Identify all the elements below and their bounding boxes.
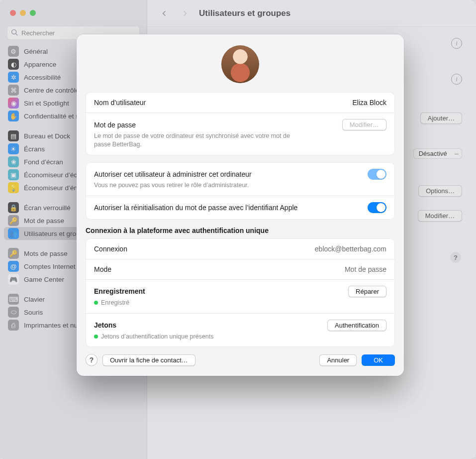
sso-login-label: Connexion <box>94 245 127 253</box>
sso-mode-row: Mode Mot de passe <box>86 259 394 280</box>
sso-auth-button[interactable]: Authentification <box>327 320 386 331</box>
username-row: Nom d’utilisateur Eliza Block <box>86 93 394 113</box>
admin-row: Autoriser cet utilisateur à administrer … <box>86 163 394 196</box>
status-dot-icon <box>94 301 98 305</box>
sso-tokens-row: Jetons Authentification Jetons d’authent… <box>86 314 394 347</box>
appleid-reset-label: Autoriser la réinitialisation du mot de … <box>94 204 297 212</box>
password-label: Mot de passe <box>94 121 136 129</box>
appleid-reset-toggle[interactable] <box>368 202 386 213</box>
admin-sublabel: Vous ne pouvez pas vous retirer le rôle … <box>94 181 308 190</box>
username-value: Eliza Block <box>353 99 386 107</box>
change-password-button: Modifier… <box>342 119 386 130</box>
open-contact-button[interactable]: Ouvrir la fiche de contact… <box>102 354 195 366</box>
admin-toggle <box>368 169 386 180</box>
sso-mode-label: Mode <box>94 265 111 273</box>
sso-section-title: Connexion à la plateforme avec authentif… <box>86 227 395 234</box>
username-label: Nom d’utilisateur <box>94 99 146 107</box>
sso-repair-button[interactable]: Réparer <box>348 286 386 297</box>
sso-registration-label: Enregistrement <box>94 287 145 295</box>
cancel-button[interactable]: Annuler <box>319 354 357 366</box>
appleid-reset-row: Autoriser la réinitialisation du mot de … <box>86 196 394 219</box>
status-dot-icon <box>94 335 98 339</box>
permissions-group: Autoriser cet utilisateur à administrer … <box>86 162 395 220</box>
password-row: Mot de passe Modifier… Le mot de passe d… <box>86 113 394 155</box>
ok-button[interactable]: OK <box>362 354 395 366</box>
sso-login-value: eblock@betterbag.com <box>315 245 386 253</box>
sso-tokens-label: Jetons <box>94 321 116 329</box>
sso-mode-value: Mot de passe <box>345 265 386 273</box>
sso-registration-row: Enregistrement Réparer Enregistré <box>86 280 394 314</box>
sso-tokens-status: Jetons d’authentification unique présent… <box>94 333 308 341</box>
sso-registration-status: Enregistré <box>94 299 308 307</box>
identity-group: Nom d’utilisateur Eliza Block Mot de pas… <box>86 92 395 155</box>
user-details-sheet: Nom d’utilisateur Eliza Block Mot de pas… <box>77 34 404 376</box>
sheet-footer: ? Ouvrir la fiche de contact… Annuler OK <box>86 354 395 366</box>
password-sublabel: Le mot de passe de votre ordinateur est … <box>94 132 308 149</box>
sso-login-row: Connexion eblock@betterbag.com <box>86 239 394 259</box>
help-button[interactable]: ? <box>86 354 97 366</box>
avatar[interactable] <box>221 45 259 83</box>
sso-group: Connexion eblock@betterbag.com Mode Mot … <box>86 238 395 347</box>
admin-label: Autoriser cet utilisateur à administrer … <box>94 170 252 178</box>
